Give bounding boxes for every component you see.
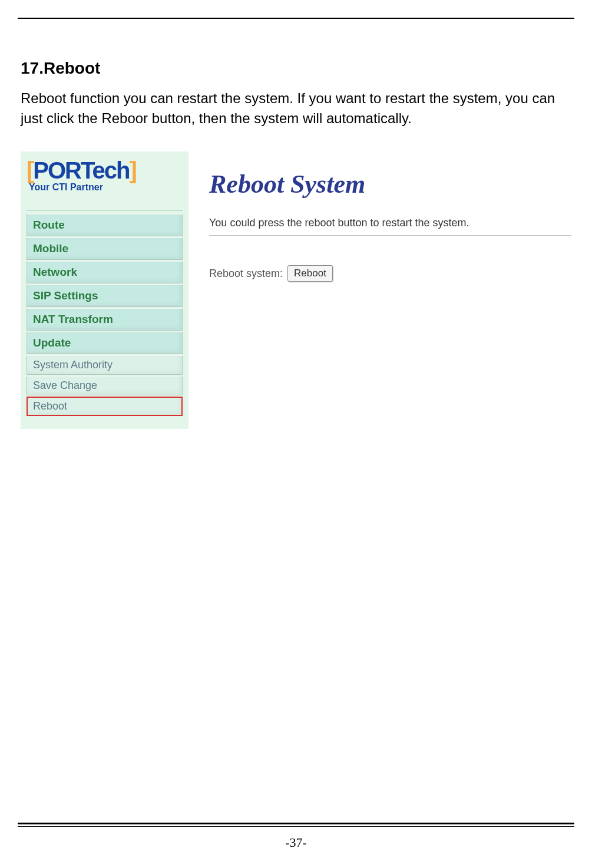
- page-bottom-rule-thick: [18, 823, 574, 824]
- section-heading: 17.Reboot: [21, 59, 571, 78]
- main-panel: Reboot System You could press the reboot…: [188, 151, 571, 282]
- sidebar-item-sip-settings[interactable]: SIP Settings: [27, 285, 183, 307]
- logo-main: [PORTech]: [27, 157, 183, 184]
- sidebar: [PORTech] Your CTI Partner Route Mobile …: [21, 151, 188, 429]
- page-number: -37-: [0, 835, 592, 850]
- page-bottom-rule: [18, 823, 574, 827]
- logo-area: [PORTech] Your CTI Partner: [21, 157, 188, 210]
- page-top-rule: [18, 18, 574, 19]
- reboot-label: Reboot system:: [209, 268, 283, 280]
- sidebar-item-update[interactable]: Update: [27, 332, 183, 354]
- sidebar-item-save-change[interactable]: Save Change: [27, 376, 183, 395]
- sidebar-item-system-authority[interactable]: System Authority: [27, 355, 183, 375]
- page-subtext: You could press the reboot button to res…: [209, 217, 571, 236]
- reboot-button[interactable]: Reboot: [287, 265, 333, 282]
- screenshot-container: [PORTech] Your CTI Partner Route Mobile …: [21, 151, 571, 429]
- sidebar-divider: [27, 210, 183, 211]
- content-area: 17.Reboot Reboot function you can restar…: [21, 59, 571, 429]
- page-title: Reboot System: [209, 169, 571, 199]
- nav-list: Route Mobile Network SIP Settings NAT Tr…: [21, 214, 188, 416]
- sidebar-item-route[interactable]: Route: [27, 214, 183, 236]
- sidebar-item-nat-transform[interactable]: NAT Transform: [27, 308, 183, 331]
- logo-bracket-left: [: [27, 157, 33, 183]
- reboot-row: Reboot system: Reboot: [209, 265, 571, 282]
- section-description: Reboot function you can restart the syst…: [21, 88, 571, 128]
- sidebar-item-reboot[interactable]: Reboot: [27, 397, 183, 416]
- page-bottom-rule-thin: [18, 826, 574, 827]
- logo-text: PORTech: [33, 157, 129, 183]
- logo-bracket-right: ]: [129, 157, 135, 183]
- sidebar-item-mobile[interactable]: Mobile: [27, 237, 183, 260]
- sidebar-item-network[interactable]: Network: [27, 261, 183, 283]
